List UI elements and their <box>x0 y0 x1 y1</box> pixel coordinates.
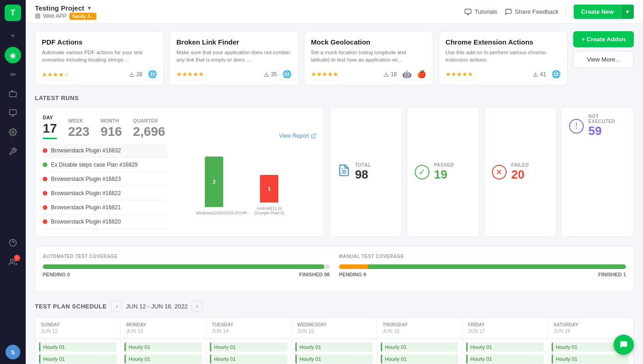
addon-pdf-desc: Automate various PDF actions for your te… <box>42 49 157 65</box>
manual-bar-segments <box>339 264 626 269</box>
project-dropdown-icon[interactable]: ▾ <box>88 4 91 11</box>
chart-label-1: Android(11.0) (Google Pixel 5) <box>251 206 288 215</box>
schedule-grid: SUNDAY JUN 12 MONDAY JUN 13 TUESDAY JUN … <box>35 317 634 364</box>
svg-rect-11 <box>36 17 38 18</box>
sidebar-icon-dashboard[interactable]: ◉ <box>5 47 21 63</box>
schedule-nav: ‹ JUN 12 - JUN 18, 2022 › <box>111 301 202 312</box>
user-avatar[interactable]: S <box>6 345 20 359</box>
day-col-sun: Hourly 01 Hourly 01 <box>35 339 121 364</box>
header-divider <box>566 6 566 18</box>
schedule-item-sun-0[interactable]: Hourly 01 <box>39 342 117 352</box>
runs-list: Browserstack Plugin #16832 Ex Disable st… <box>43 144 167 229</box>
latest-runs-title: LATEST RUNS <box>35 95 634 101</box>
view-report-link[interactable]: View Report <box>279 133 316 139</box>
run-item-0[interactable]: Browserstack Plugin #16832 <box>43 144 167 158</box>
run-dot-2 <box>43 177 47 181</box>
period-day[interactable]: DAY 17 <box>43 115 57 139</box>
period-quarter[interactable]: QUARTER 2,696 <box>133 118 165 139</box>
sidebar-icon-team[interactable]: 1 <box>5 254 21 270</box>
tutorials-button[interactable]: Tutorials <box>464 8 497 16</box>
create-new-group: Create New ▾ <box>574 5 634 19</box>
addon-broken-stats: 35 🌐 <box>264 70 292 78</box>
stat-failed-info: FAILED 20 <box>511 162 529 182</box>
schedule-item-thu-0[interactable]: Hourly 01 <box>381 342 458 352</box>
runs-chart: 2 Windows(10)GOOGLECHR... 1 Android(11.0… <box>167 144 316 229</box>
addon-chrome-downloads: 41 <box>533 71 546 78</box>
create-new-dropdown-button[interactable]: ▾ <box>621 5 634 19</box>
period-week[interactable]: WEEK 223 <box>68 118 90 139</box>
schedule-item-tue-0[interactable]: Hourly 01 <box>210 342 288 352</box>
auto-finished: FINISHED 98 <box>299 272 330 277</box>
bar-red: 1 <box>260 175 278 202</box>
stat-passed: ✓ PASSED 19 <box>407 107 479 237</box>
schedule-item-fri-0[interactable]: Hourly 01 <box>466 342 544 352</box>
day-header-sun: SUNDAY JUN 12 <box>35 318 121 338</box>
sidebar-icon-help[interactable] <box>5 235 21 251</box>
stat-notexec-inner: ! NOT EXECUTED 59 <box>569 114 626 138</box>
schedule-item-sun-1[interactable]: Hourly 01 <box>39 354 117 364</box>
header-right: Tutorials Share Feedback Create New ▾ <box>464 5 634 19</box>
schedule-item-wed-1[interactable]: Hourly 01 <box>295 354 373 364</box>
addon-chrome-desc: Use this add-on to perform various chrom… <box>446 49 561 65</box>
project-info: Testing Project ▾ Web APP Sanity 3... <box>35 4 96 20</box>
schedule-item-fri-1[interactable]: Hourly 01 <box>466 354 544 364</box>
schedule-item-wed-0[interactable]: Hourly 01 <box>295 342 373 352</box>
project-breadcrumb: Web APP Sanity 3... <box>35 13 96 20</box>
run-item-5[interactable]: Browserstack Plugin #16820 <box>43 215 167 229</box>
stat-total-info: TOTAL 98 <box>355 162 371 182</box>
schedule-next-button[interactable]: › <box>192 301 203 312</box>
bar-green: 2 <box>205 157 223 207</box>
run-dot-3 <box>43 191 47 196</box>
chat-bubble-button[interactable] <box>614 335 634 355</box>
addon-card-geolocation: Mock Geolocation Set a mock location (us… <box>304 31 433 85</box>
schedule-item-mon-1[interactable]: Hourly 01 <box>124 354 202 364</box>
addons-row: PDF Actions Automate various PDF actions… <box>35 31 634 85</box>
schedule-item-mon-0[interactable]: Hourly 01 <box>124 342 202 352</box>
run-item-4[interactable]: Browserstack Plugin #16821 <box>43 201 167 215</box>
addon-pdf-stars: ★★★★☆ <box>42 70 69 78</box>
run-item-1[interactable]: Ex Disable steps case Plan #16829 <box>43 158 167 172</box>
addon-geo-stats: 18 🤖 🍎 <box>384 70 426 78</box>
addon-card-broken-link: Broken Link Finder Make sure that your a… <box>169 31 299 85</box>
sidebar-icon-settings[interactable] <box>5 124 21 140</box>
addon-broken-title: Broken Link Finder <box>176 38 292 46</box>
create-new-button[interactable]: Create New <box>574 5 621 19</box>
day-col-tue: Hourly 01 Hourly 01 <box>206 339 292 364</box>
addon-pdf-stats: 28 🌐 <box>129 70 157 78</box>
sidebar-icon-briefcase[interactable] <box>5 85 21 102</box>
addon-card-pdf: PDF Actions Automate various PDF actions… <box>35 31 164 85</box>
run-item-3[interactable]: Browserstack Plugin #16822 <box>43 186 167 201</box>
chart-bar-0: 2 Windows(10)GOOGLECHR... <box>196 157 232 215</box>
schedule-prev-button[interactable]: ‹ <box>111 301 122 312</box>
addon-geo-title: Mock Geolocation <box>311 38 426 46</box>
sidebar: T + ◉ ✏ 1 S <box>0 0 26 364</box>
svg-rect-12 <box>465 9 471 13</box>
sidebar-icon-add[interactable]: + <box>5 28 21 44</box>
run-dot-5 <box>43 219 47 224</box>
app-logo[interactable]: T <box>5 5 21 21</box>
schedule-item-sat-1[interactable]: Hourly 01 <box>552 354 629 364</box>
sidebar-icon-monitor[interactable] <box>5 105 21 121</box>
view-more-button[interactable]: View More... <box>573 51 634 68</box>
day-col-fri: Hourly 01 Hourly 01 <box>463 339 548 364</box>
addon-pdf-downloads: 28 <box>129 71 142 78</box>
day-header-fri: FRIDAY JUN 17 <box>463 318 548 338</box>
day-header-mon: MONDAY JUN 13 <box>121 318 206 338</box>
feedback-button[interactable]: Share Feedback <box>505 8 558 16</box>
schedule-header: TEST PLAN SCHEDULE ‹ JUN 12 - JUN 18, 20… <box>35 301 634 312</box>
manual-coverage-stats: PENDING 9 FINISHED 1 <box>339 272 626 277</box>
period-month[interactable]: MONTH 916 <box>101 118 122 139</box>
addon-broken-downloads: 35 <box>264 71 277 78</box>
chart-bar-1: 1 Android(11.0) (Google Pixel 5) <box>251 175 288 215</box>
sidebar-icon-edit[interactable]: ✏ <box>5 66 21 83</box>
addon-card-chrome: Chrome Extension Actions Use this add-on… <box>439 31 568 85</box>
manual-finished: FINISHED 1 <box>598 272 626 277</box>
schedule-item-thu-1[interactable]: Hourly 01 <box>381 354 458 364</box>
run-item-2[interactable]: Browserstack Plugin #16823 <box>43 172 167 186</box>
schedule-item-tue-1[interactable]: Hourly 01 <box>210 354 288 364</box>
sidebar-icon-tools[interactable] <box>5 143 21 160</box>
addon-pdf-title: PDF Actions <box>42 38 157 46</box>
stat-total: TOTAL 98 <box>330 107 402 237</box>
create-addon-button[interactable]: + Create Addon <box>573 31 634 47</box>
auto-coverage-bar-wrap: PENDING 0 FINISHED 98 <box>43 264 330 277</box>
